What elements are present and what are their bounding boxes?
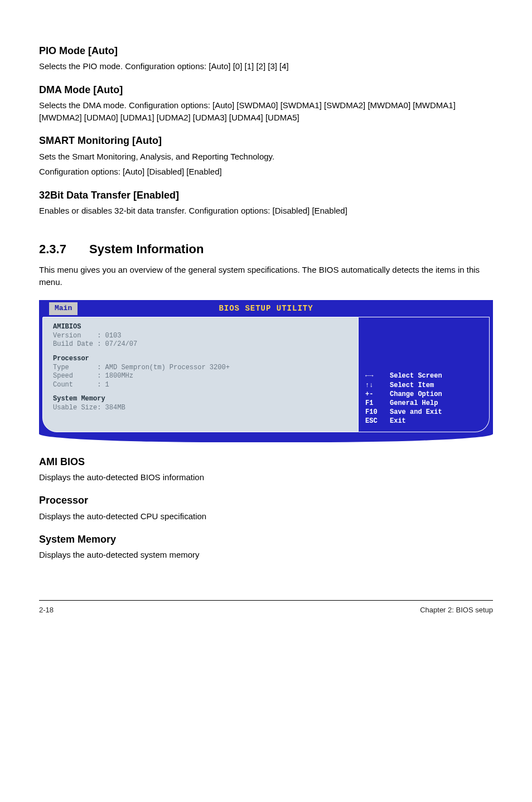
text-ami-bios: Displays the auto-detected BIOS informat… [39, 471, 493, 484]
legend-text: Change Option [390, 390, 442, 399]
text-sysinfo-intro: This menu gives you an overview of the g… [39, 264, 493, 288]
bios-fade-decor [39, 424, 493, 442]
text-smart-2: Configuration options: [Auto] [Disabled]… [39, 166, 493, 178]
bios-body: AMIBIOS Version : 0103 Build Date : 07/2… [39, 317, 493, 432]
bios-left-panel: AMIBIOS Version : 0103 Build Date : 07/2… [42, 317, 359, 432]
legend-row: ←→ Select Screen [365, 371, 482, 380]
heading-pio-mode: PIO Mode [Auto] [39, 44, 493, 58]
bios-count-line: Count : 1 [53, 381, 348, 390]
legend-text: Select Screen [390, 371, 442, 380]
heading-system-information: 2.3.7 System Information [39, 240, 493, 258]
text-processor: Displays the auto-detected CPU specifica… [39, 510, 493, 523]
bios-legend: ←→ Select Screen ↑↓ Select Item +- Chang… [365, 371, 482, 426]
heading-processor: Processor [39, 493, 493, 508]
text-system-memory: Displays the auto-detected system memory [39, 549, 493, 561]
bios-title: BIOS SETUP UTILITY [39, 303, 493, 314]
legend-key-lr-icon: ←→ [365, 371, 384, 380]
heading-number: 2.3.7 [39, 240, 89, 258]
heading-ami-bios: AMI BIOS [39, 455, 493, 469]
legend-key-f10: F10 [365, 408, 384, 417]
bios-speed-line: Speed : 1800MHz [53, 372, 348, 381]
heading-smart: SMART Monitoring [Auto] [39, 133, 493, 148]
legend-row: F10 Save and Exit [365, 408, 482, 417]
legend-row: ↑↓ Select Item [365, 381, 482, 390]
legend-key-f1: F1 [365, 399, 384, 408]
legend-key-pm-icon: +- [365, 390, 384, 399]
heading-system-memory: System Memory [39, 532, 493, 547]
text-dma-mode: Selects the DMA mode. Configuration opti… [39, 99, 493, 124]
bios-setup-screenshot: BIOS SETUP UTILITY Main AMIBIOS Version … [39, 300, 493, 442]
page-number: 2-18 [39, 605, 54, 616]
text-32bit: Enables or disables 32-bit data transfer… [39, 205, 493, 217]
legend-row: +- Change Option [365, 390, 482, 399]
heading-dma-mode: DMA Mode [Auto] [39, 83, 493, 97]
bios-version-line: Version : 0103 [53, 332, 348, 341]
legend-text: Save and Exit [390, 408, 442, 417]
heading-32bit: 32Bit Data Transfer [Enabled] [39, 188, 493, 202]
bios-build-line: Build Date : 07/24/07 [53, 340, 348, 349]
bios-usable-line: Usable Size: 384MB [53, 404, 348, 413]
legend-row: F1 General Help [365, 399, 482, 408]
bios-sysmem-label: System Memory [53, 395, 348, 404]
legend-text: General Help [390, 399, 438, 408]
page-footer: 2-18 Chapter 2: BIOS setup [39, 600, 493, 616]
bios-type-line: Type : AMD Sempron(tm) Processor 3200+ [53, 364, 348, 373]
chapter-title: Chapter 2: BIOS setup [420, 605, 493, 616]
legend-key-ud-icon: ↑↓ [365, 381, 384, 390]
bios-titlebar: BIOS SETUP UTILITY Main [39, 300, 493, 317]
legend-text: Select Item [390, 381, 434, 390]
heading-title: System Information [89, 240, 204, 258]
text-pio-mode: Selects the PIO mode. Configuration opti… [39, 60, 493, 73]
bios-amibios-label: AMIBIOS [53, 323, 348, 332]
bios-processor-label: Processor [53, 355, 348, 364]
text-smart-1: Sets the Smart Monitoring, Analysis, and… [39, 151, 493, 163]
bios-right-panel: ←→ Select Screen ↑↓ Select Item +- Chang… [359, 317, 490, 432]
